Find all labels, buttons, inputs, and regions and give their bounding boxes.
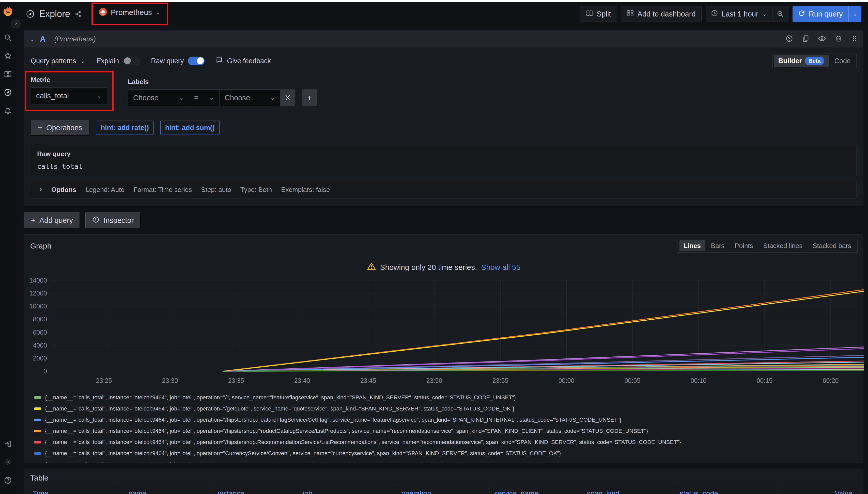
share-icon[interactable] [75,10,82,18]
legend-item[interactable]: {__name__="calls_total", instance="otelc… [34,392,863,403]
inspector-button[interactable]: Inspector [85,212,141,228]
column-header-Value[interactable]: Value [777,487,859,494]
svg-text:00:05: 00:05 [625,377,640,384]
settings-gear-icon[interactable] [3,458,12,466]
label-key-select[interactable]: Choose ⌄ [128,89,189,106]
table-title: Table [30,474,49,482]
legend-item[interactable]: {__name__="calls_total", instance="otelc… [34,414,863,425]
dashboard-grid-icon [627,10,634,19]
legend-item[interactable]: {__name__="calls_total", instance="otelc… [34,448,863,459]
legend-item[interactable]: {__name__="calls_total", instance="otelc… [34,437,863,448]
navbar-right: Split Add to dashboard Last 1 hour ⌄ [580,6,862,22]
timeseries-chart[interactable]: 0200040006000800010000120001400023:2523:… [24,275,863,388]
raw-query-label: Raw query [37,150,850,158]
drag-handle-icon[interactable] [851,35,857,43]
raw-query-value: calls_total [37,163,850,170]
zoom-out-button[interactable] [772,6,788,22]
option-exemplars: Exemplars: false [281,186,330,194]
dashboards-icon[interactable] [3,70,12,78]
graph-mode-points[interactable]: Points [730,241,757,251]
query-patterns-dropdown[interactable]: Query patterns ⌄ [31,57,85,65]
query-row-header[interactable]: ⌄ A (Prometheus) [24,31,863,48]
svg-text:00:15: 00:15 [757,377,773,384]
warning-text: Showing only 20 time series. [380,263,477,272]
raw-query-toggle[interactable] [188,57,204,65]
code-mode-tab[interactable]: Code [830,55,855,67]
column-header-service-name[interactable]: service_name [489,487,582,494]
hide-response-eye-icon[interactable] [818,35,826,44]
query-actions-row: + Add query Inspector [24,212,864,228]
graph-mode-stacked-bars[interactable]: Stacked bars [809,241,855,251]
legend-item[interactable]: {__name__="calls_total", instance="otelc… [34,459,863,462]
column-header-Time[interactable]: Time [28,487,116,494]
svg-text:23:45: 23:45 [360,377,376,384]
split-button[interactable]: Split [580,6,617,22]
hint-add-rate-button[interactable]: hint: add rate() [96,120,154,135]
column-header---name--[interactable]: __name__ [116,487,213,494]
sign-in-icon[interactable] [3,439,12,448]
add-operation-button[interactable]: + Operations [31,120,89,136]
remove-query-trash-icon[interactable] [835,35,842,43]
add-to-dashboard-button[interactable]: Add to dashboard [621,6,702,22]
svg-text:0: 0 [43,367,47,375]
explore-content: ⌄ A (Prometheus) Query patterns ⌄ [16,26,868,494]
column-header-job[interactable]: job [298,487,397,494]
svg-text:23:25: 23:25 [96,377,112,384]
svg-text:23:35: 23:35 [228,377,244,384]
datasource-highlight-box: Prometheus ⌄ [91,2,168,25]
explain-toggle[interactable] [123,57,140,65]
collapse-chevron-icon[interactable]: ⌄ [30,36,35,43]
svg-text:23:55: 23:55 [492,377,508,384]
give-feedback-link[interactable]: Give feedback [216,57,271,65]
legend-label: {__name__="calls_total", instance="otelc… [45,405,514,412]
label-value-select[interactable]: Choose ⌄ [219,89,280,106]
remove-label-filter-button[interactable]: X [280,89,295,106]
operations-row: + Operations hint: add rate() hint: add … [31,120,856,136]
table-panel-header: Table [24,469,863,484]
add-label-filter-button[interactable]: + [302,89,317,106]
labels-group: Labels Choose ⌄ = ⌄ [128,76,317,111]
time-picker-group: Last 1 hour ⌄ [706,6,789,22]
datasource-picker[interactable]: Prometheus ⌄ [96,6,163,19]
run-query-dropdown[interactable]: ⌄ [848,6,862,22]
column-header-span-kind[interactable]: span_kind [582,487,675,494]
starred-icon[interactable] [3,52,12,60]
explore-compass-icon [26,10,35,18]
column-header-instance[interactable]: instance [213,487,298,494]
metric-label: Metric [31,76,107,84]
legend-label: {__name__="calls_total", instance="otelc… [45,461,233,462]
query-options-row[interactable]: ⌄ Options Legend: Auto Format: Time seri… [31,181,856,198]
graph-mode-stacked-lines[interactable]: Stacked lines [759,241,807,251]
label-operator-select[interactable]: = ⌄ [189,89,219,106]
grafana-logo[interactable] [3,5,13,17]
svg-text:2000: 2000 [33,355,47,362]
builder-mode-tab[interactable]: Builder Beta [774,55,829,67]
search-icon[interactable] [3,33,12,42]
alerting-bell-icon[interactable] [3,106,12,115]
operations-label: Operations [46,124,82,132]
sidebar-expand-button[interactable]: › [11,19,21,28]
column-header-status-code[interactable]: status_code [675,487,777,494]
run-query-label: Run query [809,10,843,18]
legend-item[interactable]: {__name__="calls_total", instance="otelc… [34,425,863,437]
run-query-button[interactable]: Run query ⌄ [793,6,862,22]
metric-labels-row: Metric calls_total ⌄ Labels Choose [31,76,856,111]
column-header-operation[interactable]: operation [397,487,489,494]
time-range-button[interactable]: Last 1 hour ⌄ [706,6,772,22]
raw-query-toggle-group: Raw query [151,57,204,65]
show-all-series-link[interactable]: Show all 55 [481,263,520,272]
legend-item[interactable]: {__name__="calls_total", instance="otelc… [34,403,863,414]
label-operator-value: = [194,94,198,102]
explore-icon[interactable] [3,88,12,97]
duplicate-icon[interactable] [802,35,809,43]
beta-badge: Beta [805,57,824,65]
feedback-comment-icon [216,57,223,65]
metric-select[interactable]: calls_total ⌄ [31,87,107,104]
graph-mode-bars[interactable]: Bars [707,241,728,251]
page-title: Explore [39,8,70,19]
graph-mode-lines[interactable]: Lines [680,241,705,251]
add-query-button[interactable]: + Add query [24,212,80,228]
help-icon[interactable] [3,476,12,484]
help-circle-icon[interactable] [785,35,793,43]
hint-add-sum-button[interactable]: hint: add sum() [160,120,219,135]
